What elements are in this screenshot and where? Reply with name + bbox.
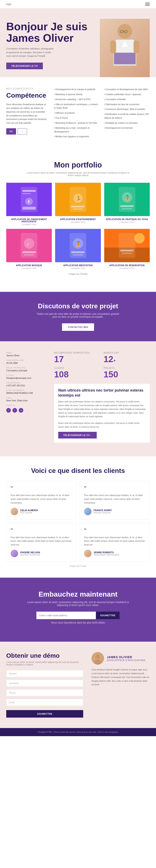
lieu-label: LIEU <box>6 397 48 399</box>
instagram-icon[interactable]: in <box>19 408 23 413</box>
comp-item: • Diffusion et podcast <box>54 111 100 115</box>
svg-point-43 <box>134 233 145 243</box>
contact-cta-section: Discutons de votre projet Faites-moi par… <box>0 292 156 341</box>
about-text-block: Nam ultrices ultrices nec tortor pulvina… <box>54 384 150 443</box>
stat-awards-label: RÉCOMPENSES REMPORTÉES <box>54 352 100 354</box>
about-lieu: LIEU New York, États-Unis <box>6 397 48 402</box>
stats-grid: RÉCOMPENSES REMPORTÉES 17 ANNÉES EXP 12+… <box>54 352 150 379</box>
demo-email-field <box>6 699 83 706</box>
hire-email-input[interactable] <box>36 612 96 619</box>
nom-label: NOM <box>6 352 48 354</box>
quote-icon-1: " <box>11 485 72 492</box>
nom-val: James Oliver <box>6 354 48 357</box>
comp-item: • Out of Home <box>54 116 100 120</box>
svg-rect-16 <box>23 207 36 210</box>
card-sub-1: Conception UI/UX <box>6 223 52 225</box>
svg-rect-8 <box>110 41 116 53</box>
testimonials-note: Images de Freepik <box>6 565 150 567</box>
portfolio-card-1[interactable]: $ APPLICATION DE FINANCEMENT PARTICIPATI… <box>6 183 52 225</box>
card-image-5: 🧘 <box>55 229 101 262</box>
card-title-5: APPLICATION MÉDITATION <box>55 264 101 267</box>
card-image-1: $ <box>6 183 52 216</box>
testimonial-text-3: Pour aller bien lorem sem ullamcorper fa… <box>11 536 72 547</box>
quote-icon-4: " <box>84 527 145 534</box>
comp-item: • Développement de la marque et publicit… <box>54 88 100 91</box>
comp-right: • Développement de la marque et publicit… <box>54 88 150 140</box>
about-cv-button[interactable]: TÉLÉCHARGER LE CV ↓ <box>58 432 97 438</box>
about-subtitle: Nam ultrices ultrices nec tortor pulvina… <box>58 388 146 398</box>
testimonial-text-1: Pour aller bien lorem sem ullamcorper fa… <box>11 494 72 505</box>
portfolio-card-2[interactable]: 🏃 APPLICATION D'ENTRAÎNEMENT Conception … <box>55 183 101 225</box>
arrow-button[interactable]: → <box>18 128 27 134</box>
portfolio-card-4[interactable]: ♪ APPLICATION MUSIQUE Conception UI/UX <box>6 229 52 269</box>
svg-text:🧘: 🧘 <box>124 195 130 201</box>
svg-rect-46 <box>122 253 132 254</box>
demo-submit-button[interactable]: SOUMETTRE <box>6 710 83 718</box>
contact-button[interactable]: CONTACTEZ MOI <box>62 323 94 331</box>
svg-text:$: $ <box>28 200 30 204</box>
author-info-3: PHOEBE NELSON Directeur commercial <box>20 551 40 556</box>
comp-col-2: • Conception et développement de sites W… <box>104 88 150 140</box>
svg-rect-40 <box>73 254 83 255</box>
stat-years-number: 12 <box>104 354 113 364</box>
comp-item: • Conception et développement de sites W… <box>104 88 150 91</box>
hire-description: Lorem ipsum dolor sit amet, consectetur … <box>26 601 130 607</box>
comp-item: • Planification et achat de médias (jusq… <box>104 113 150 120</box>
stat-clients: CLIENTS 108 <box>54 367 100 379</box>
demo-profile: JAMES OLIVIER DÉVELOPPEUR D'APPLICATIONS <box>91 652 150 664</box>
demo-phone-field <box>6 689 83 696</box>
demo-email-input[interactable] <box>6 699 83 706</box>
digital-label: DIGITAL <box>6 404 48 406</box>
card-sub-5: Conception UI/UX <box>55 267 101 269</box>
portfolio-grid: $ APPLICATION DE FINANCEMENT PARTICIPATI… <box>6 183 150 269</box>
portfolio-note: Images de Freepik <box>26 273 130 275</box>
twitter-icon[interactable]: t <box>12 408 17 413</box>
svg-rect-34 <box>24 254 34 255</box>
author-role-1: PDG Société <box>20 512 38 514</box>
portfolio-description: Lorem ipsum dolor sit amet, consectetur … <box>26 172 130 177</box>
contact-cta-description: Faites-moi part de votre idée de projet … <box>36 312 120 318</box>
card-title-2: APPLICATION D'ENTRAÎNEMENT <box>55 218 101 220</box>
hero-text: Bonjour Je suis James Oliver Concepteur … <box>6 19 96 77</box>
hero-description: Concepteur d'Interface utilisateur, phot… <box>6 47 56 58</box>
lieu-val: New York, États-Unis <box>6 399 48 402</box>
author-role-3: Directeur commercial <box>20 554 40 556</box>
hire-submit-button[interactable]: SOUMETTRE <box>96 612 120 619</box>
about-left: NOM James Oliver ANNIVERSAIRE 25.09.1989… <box>6 352 48 446</box>
portfolio-section: Mon portfolio Lorem ipsum dolor sit amet… <box>0 150 156 292</box>
svg-rect-44 <box>119 233 135 258</box>
quote-icon-2: " <box>84 485 145 492</box>
svg-rect-39 <box>71 251 85 253</box>
demo-name-input[interactable] <box>6 670 83 677</box>
comp-item: • Marketing à réponse directe <box>54 93 100 96</box>
avatar-1 <box>11 508 18 515</box>
portfolio-card-5[interactable]: 🧘 APPLICATION MÉDITATION Conception UI/U… <box>55 229 101 269</box>
stat-awards: RÉCOMPENSES REMPORTÉES 17 <box>54 352 100 364</box>
testimonials-title: Voici ce que disent les clients <box>6 467 150 474</box>
stat-awards-val: 17 <box>54 355 100 364</box>
testimonial-author-4: JENNIE ROBERTS Responsable administrativ… <box>84 550 145 557</box>
anniversaire-label: ANNIVERSAIRE <box>6 359 48 361</box>
demo-company-input[interactable] <box>6 680 83 687</box>
comp-item: • Villes et destinations numériques, y c… <box>54 103 100 110</box>
cv-button[interactable]: CV <box>6 128 16 134</box>
svg-point-49 <box>94 660 101 664</box>
svg-rect-45 <box>120 250 133 251</box>
portfolio-card-3[interactable]: 🧘 APPLICATION DE PRATIQUE DU YOGA Concep… <box>104 183 150 225</box>
comp-col-1: • Développement de la marque et publicit… <box>54 88 100 140</box>
anniversaire-val: 25.09.1989 <box>6 362 48 364</box>
download-cv-button[interactable]: TÉLÉCHARGER LE CV <box>6 63 43 69</box>
portfolio-card-6[interactable]: APPLICATION DE RÉSERVATION Conception UI… <box>104 229 150 269</box>
author-info-4: JENNIE ROBERTS Responsable administrativ… <box>93 551 119 556</box>
about-email: E-MAIL Designer@example.com <box>6 374 48 379</box>
hire-note: Nous vous répondrons dans les plus brefs… <box>26 621 130 624</box>
portfolio-title: Mon portfolio <box>6 161 150 169</box>
comp-description: Deux décennies d'expérience pratique et … <box>6 103 48 125</box>
demo-title: Obtenir une démo <box>6 652 83 659</box>
facebook-icon[interactable]: f <box>6 408 11 413</box>
hamburger-menu[interactable] <box>145 3 150 6</box>
competences-section: MES COMPÉTENCES Compétence Deux décennie… <box>0 77 156 150</box>
comp-title: Compétence <box>6 92 48 99</box>
card-title-3: APPLICATION DE PRATIQUE DU YOGA <box>104 218 150 220</box>
demo-phone-input[interactable] <box>6 689 83 696</box>
